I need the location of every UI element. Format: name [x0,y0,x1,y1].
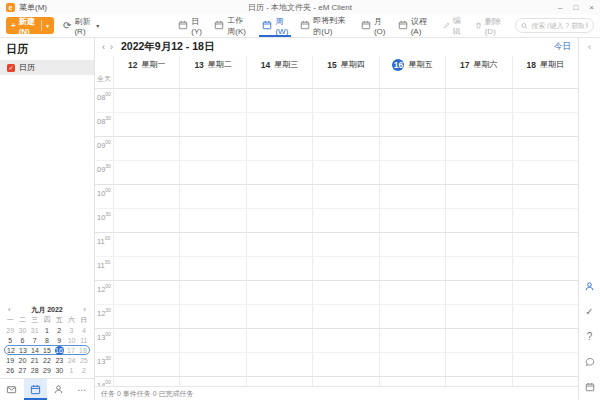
mini-calendar-day[interactable]: 2 [78,366,90,375]
time-slot[interactable] [113,89,179,112]
mini-calendar-day[interactable]: 15 [41,346,53,355]
mini-calendar-day[interactable]: 8 [41,336,53,345]
time-slot[interactable] [179,89,245,112]
chat-panel-button[interactable] [579,353,600,370]
time-slot[interactable] [113,305,179,328]
time-slot[interactable] [445,209,511,232]
calendar-checkbox[interactable]: ✓ [7,64,15,72]
time-slot[interactable] [113,185,179,208]
time-slot[interactable] [379,137,445,160]
all-day-slot[interactable] [179,73,245,88]
all-day-slot[interactable] [512,73,578,88]
mini-calendar-day[interactable]: 9 [53,336,65,345]
mini-calendar-day[interactable]: 31 [29,326,41,335]
delete-button[interactable]: 删除(D) [475,16,507,36]
time-slot[interactable] [312,305,378,328]
time-slot[interactable] [379,377,445,386]
time-slot[interactable] [312,233,378,256]
time-slot[interactable] [312,329,378,352]
time-slot[interactable] [379,257,445,280]
time-slot[interactable] [512,113,578,136]
mini-calendar-day[interactable]: 1 [41,326,53,335]
time-slot[interactable] [512,233,578,256]
time-slot[interactable] [113,329,179,352]
app-menu-button[interactable]: e 菜单(M) [6,2,47,13]
close-button[interactable]: × [589,3,594,12]
time-slot[interactable] [512,137,578,160]
time-slot[interactable] [246,233,312,256]
time-slot[interactable] [312,377,378,386]
day-header[interactable]: 13星期二 [179,56,245,73]
mini-calendar-day[interactable]: 29 [41,366,53,375]
new-event-button[interactable]: + 新建(N) ▾ [6,17,54,34]
time-slot[interactable] [512,281,578,304]
time-slot[interactable] [379,209,445,232]
time-slot[interactable] [445,161,511,184]
time-slot[interactable] [179,233,245,256]
all-day-slot[interactable] [379,73,445,88]
time-slot[interactable] [179,281,245,304]
mini-calendar-day[interactable]: 13 [17,346,29,355]
time-slot[interactable] [113,353,179,376]
time-slot[interactable] [246,137,312,160]
mini-calendar-day[interactable]: 10 [65,336,77,345]
tab-week-view[interactable]: 周(W) [256,14,294,37]
next-week-button[interactable]: › [110,42,113,52]
chevron-down-icon[interactable]: ▾ [46,22,49,29]
time-slot[interactable] [445,185,511,208]
mini-calendar-day[interactable]: 23 [53,356,65,365]
mini-calendar-day[interactable]: 24 [65,356,77,365]
day-header[interactable]: 17星期六 [445,56,511,73]
time-slot[interactable] [312,113,378,136]
contacts-module-button[interactable] [47,379,71,400]
time-slot[interactable] [113,281,179,304]
time-slot[interactable] [445,113,511,136]
time-slot[interactable] [312,185,378,208]
time-slot[interactable] [512,329,578,352]
mini-calendar-today[interactable]: 16 [55,346,64,355]
time-slot[interactable] [379,161,445,184]
time-slot[interactable] [379,353,445,376]
time-slot[interactable] [379,233,445,256]
day-header[interactable]: 16星期五 [379,56,445,73]
prev-week-button[interactable]: ‹ [102,42,105,52]
mini-calendar-day[interactable]: 7 [29,336,41,345]
next-month-button[interactable]: › [83,306,86,314]
time-slot[interactable] [445,137,511,160]
tab-day-view[interactable]: 日(Y) [172,14,208,37]
search-input[interactable] [531,22,588,29]
search-box[interactable] [515,18,594,33]
time-slot[interactable] [445,281,511,304]
time-slot[interactable] [246,353,312,376]
mini-calendar-day[interactable]: 19 [4,356,16,365]
time-slot[interactable] [512,185,578,208]
time-slot[interactable] [312,209,378,232]
time-slot[interactable] [512,377,578,386]
time-slot[interactable] [246,305,312,328]
tab-agenda-view[interactable]: 议程(A) [392,14,434,37]
time-slot[interactable] [179,329,245,352]
time-slot[interactable] [312,257,378,280]
time-slot[interactable] [512,89,578,112]
time-slot[interactable] [246,329,312,352]
minimize-button[interactable]: – [558,3,562,12]
day-header[interactable]: 14星期三 [246,56,312,73]
contacts-panel-button[interactable] [579,278,600,295]
mini-calendar-day[interactable]: 27 [16,366,28,375]
time-slot[interactable] [379,281,445,304]
time-slot[interactable] [246,377,312,386]
time-slot[interactable] [312,137,378,160]
time-slot[interactable] [179,185,245,208]
more-modules-button[interactable]: ⋯ [71,379,95,400]
time-slot[interactable] [246,185,312,208]
mini-calendar-day[interactable]: 5 [4,336,16,345]
mini-calendar-day[interactable]: 6 [16,336,28,345]
time-slot[interactable] [113,377,179,386]
collapse-sidebar-button[interactable]: ‹ [588,42,591,52]
sidebar-item-calendar[interactable]: ✓ 日历 [0,60,94,75]
time-slot[interactable] [113,209,179,232]
mini-calendar-day[interactable]: 4 [78,326,90,335]
help-button[interactable]: ? [579,328,600,345]
mini-calendar-day[interactable]: 21 [29,356,41,365]
mini-calendar-day[interactable]: 17 [65,346,77,355]
